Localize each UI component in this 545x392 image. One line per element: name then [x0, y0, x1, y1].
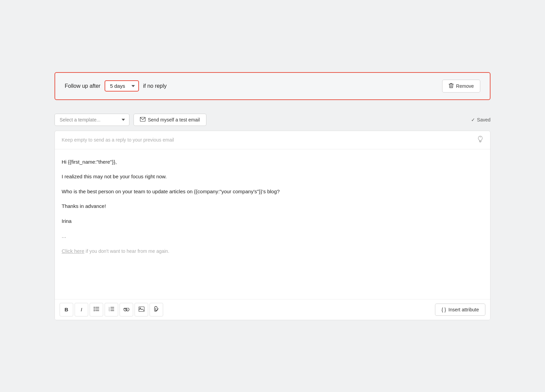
- compose-area: Keep empty to send as a reply to your pr…: [54, 131, 490, 320]
- envelope-icon: [140, 117, 145, 122]
- saved-label: Saved: [477, 117, 490, 122]
- template-select[interactable]: Select a template...: [54, 114, 129, 126]
- italic-button[interactable]: I: [75, 303, 88, 316]
- svg-point-9: [94, 310, 95, 311]
- bottom-toolbar: B I: [55, 299, 490, 320]
- link-icon: [124, 307, 129, 312]
- body-ellipsis: ...: [62, 231, 483, 241]
- followup-prefix-label: Follow up after: [65, 83, 100, 89]
- svg-point-18: [140, 308, 141, 309]
- attachment-button[interactable]: [150, 303, 163, 316]
- italic-icon: I: [81, 307, 82, 312]
- remove-button[interactable]: Remove: [442, 80, 480, 93]
- attachment-icon: [154, 306, 159, 313]
- body-line4: Thanks in advance!: [62, 202, 483, 211]
- followup-suffix-label: if no reply: [143, 83, 167, 89]
- image-button[interactable]: [135, 303, 148, 316]
- email-body[interactable]: Hi {{first_name:"there"}}, I realized th…: [55, 149, 490, 299]
- lightbulb-icon: [477, 136, 483, 144]
- bold-icon: B: [65, 307, 68, 312]
- bullet-list-button[interactable]: [90, 303, 103, 316]
- format-buttons: B I: [60, 303, 163, 316]
- svg-text:3.: 3.: [109, 310, 110, 312]
- test-email-label: Send myself a test email: [148, 117, 200, 122]
- checkmark-icon: ✓: [471, 117, 475, 122]
- trash-icon: [449, 83, 454, 89]
- days-select[interactable]: 5 days 1 day 2 days 3 days 7 days 14 day…: [105, 80, 139, 92]
- curly-braces-icon: { }: [441, 307, 446, 312]
- body-line2: I realized this may not be your focus ri…: [62, 172, 483, 181]
- followup-left: Follow up after 5 days 1 day 2 days 3 da…: [65, 80, 167, 92]
- toolbar-row: Select a template... Send myself a test …: [54, 108, 490, 131]
- saved-indicator: ✓ Saved: [471, 117, 490, 122]
- remove-label: Remove: [456, 83, 474, 89]
- subject-placeholder: Keep empty to send as a reply to your pr…: [62, 137, 174, 143]
- page-container: Follow up after 5 days 1 day 2 days 3 da…: [54, 72, 490, 320]
- bullet-list-icon: [94, 307, 99, 312]
- subject-row[interactable]: Keep empty to send as a reply to your pr…: [55, 131, 490, 149]
- body-greeting: Hi {{first_name:"there"}},: [62, 158, 483, 166]
- unsubscribe-text-after: if you don't want to hear from me again.: [84, 248, 169, 254]
- numbered-list-icon: 1. 2. 3.: [109, 307, 114, 312]
- body-line3: Who is the best person on your team to u…: [62, 187, 483, 196]
- numbered-list-button[interactable]: 1. 2. 3.: [105, 303, 118, 316]
- unsubscribe-link[interactable]: Click here: [62, 248, 84, 254]
- insert-attribute-label: Insert attribute: [449, 307, 479, 312]
- unsubscribe-line: Click here if you don't want to hear fro…: [62, 247, 483, 256]
- image-icon: [139, 307, 144, 313]
- followup-section: Follow up after 5 days 1 day 2 days 3 da…: [54, 72, 490, 100]
- link-button[interactable]: [120, 303, 133, 316]
- body-signature: Irina: [62, 217, 483, 226]
- insert-attribute-button[interactable]: { } Insert attribute: [435, 304, 485, 316]
- template-select-wrapper: Select a template...: [54, 114, 129, 126]
- bold-button[interactable]: B: [60, 303, 73, 316]
- svg-point-5: [94, 307, 95, 308]
- svg-point-7: [94, 309, 95, 310]
- test-email-button[interactable]: Send myself a test email: [134, 114, 206, 126]
